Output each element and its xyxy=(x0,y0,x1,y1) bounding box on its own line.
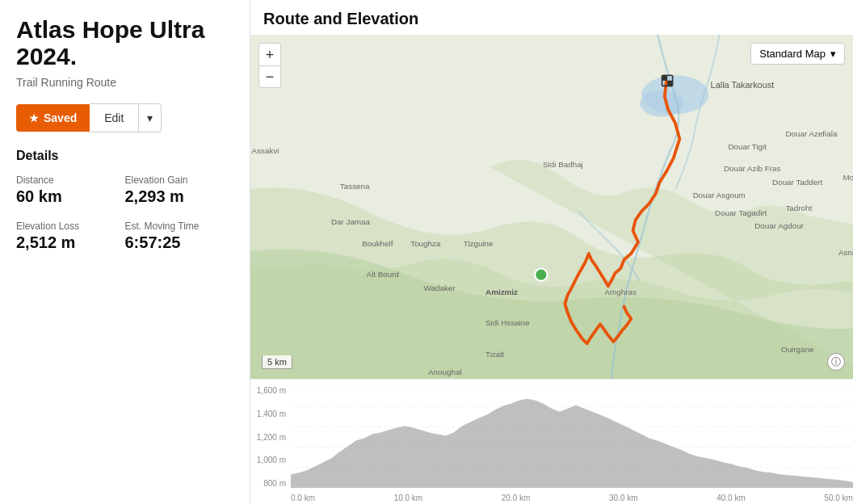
svg-text:Assakvi: Assakvi xyxy=(252,146,279,155)
x-label-20: 20.0 km xyxy=(502,494,531,502)
svg-text:Moulay B: Moulay B xyxy=(842,173,853,182)
stat-moving-time: Est. Moving Time 6:57:25 xyxy=(125,220,234,252)
svg-text:Toughza: Toughza xyxy=(410,239,441,248)
svg-text:Dar Jamaa: Dar Jamaa xyxy=(331,217,371,226)
elevation-container: 1,600 m 1,400 m 1,200 m 1,000 m 800 m 0.… xyxy=(250,379,853,504)
details-heading: Details xyxy=(16,149,233,163)
svg-text:Amghras: Amghras xyxy=(605,288,637,296)
elevation-y-labels: 1,600 m 1,400 m 1,200 m 1,000 m 800 m xyxy=(250,386,289,488)
star-icon: ★ xyxy=(29,112,39,124)
svg-text:Lalla Takarkoust: Lalla Takarkoust xyxy=(711,80,775,90)
svg-text:Anoughal: Anoughal xyxy=(428,368,462,376)
edit-button[interactable]: Edit xyxy=(90,103,139,132)
svg-text:Douar Azib Fras: Douar Azib Fras xyxy=(724,164,781,173)
map-container: Lalla Takarkoust Assakvi Tassena Sidi Ba… xyxy=(250,35,853,379)
map-scale: 5 km xyxy=(262,355,292,369)
y-label-800: 800 m xyxy=(263,479,286,488)
svg-rect-31 xyxy=(662,75,668,81)
map-type-dropdown[interactable]: Standard Map ▾ xyxy=(750,43,845,65)
y-label-1400: 1,400 m xyxy=(257,410,286,418)
saved-button[interactable]: ★ Saved xyxy=(16,104,90,132)
svg-text:Douar Tigit: Douar Tigit xyxy=(728,142,767,151)
svg-text:Tassena: Tassena xyxy=(340,182,370,191)
svg-text:Boukhelf: Boukhelf xyxy=(362,239,393,248)
svg-rect-32 xyxy=(667,81,673,86)
svg-text:Tizalt: Tizalt xyxy=(485,350,504,359)
zoom-out-button[interactable]: − xyxy=(258,65,281,88)
chevron-down-icon: ▾ xyxy=(830,48,836,60)
stat-elevation-gain: Elevation Gain 2,293 m xyxy=(125,174,234,206)
route-subtitle: Trail Running Route xyxy=(16,76,233,89)
x-label-50: 50.0 km xyxy=(824,494,853,502)
details-section: Details Distance 60 km Elevation Gain 2,… xyxy=(16,149,233,252)
route-title: Atlas Hope Ultra 2024. xyxy=(16,16,233,69)
x-label-40: 40.0 km xyxy=(716,494,746,502)
section-title: Route and Elevation xyxy=(250,0,853,35)
stat-distance: Distance 60 km xyxy=(16,174,125,206)
svg-text:Douar Agdour: Douar Agdour xyxy=(754,221,804,230)
action-bar: ★ Saved Edit ▾ xyxy=(16,103,233,132)
x-label-30: 30.0 km xyxy=(609,494,638,502)
zoom-in-button[interactable]: + xyxy=(258,43,281,65)
stat-elevation-loss: Elevation Loss 2,512 m xyxy=(16,220,125,252)
svg-text:Sidi Hssaine: Sidi Hssaine xyxy=(485,318,530,327)
dropdown-button[interactable]: ▾ xyxy=(139,103,162,132)
svg-text:Tadroht: Tadroht xyxy=(785,204,812,212)
svg-text:Wadaker: Wadaker xyxy=(424,284,456,292)
map-info-button[interactable]: ⓘ xyxy=(827,353,845,371)
elevation-x-labels: 0.0 km 10.0 km 20.0 km 30.0 km 40.0 km 5… xyxy=(291,494,853,502)
svg-text:Douar Tagadirt: Douar Tagadirt xyxy=(715,208,767,217)
svg-text:Sidi Badhaj: Sidi Badhaj xyxy=(543,160,583,169)
details-grid: Distance 60 km Elevation Gain 2,293 m El… xyxy=(16,174,233,252)
svg-text:Tizguine: Tizguine xyxy=(464,239,494,248)
svg-text:Ouirgane: Ouirgane xyxy=(781,345,814,354)
svg-text:Douar Azefiala: Douar Azefiala xyxy=(785,129,837,138)
x-label-0: 0.0 km xyxy=(291,494,315,502)
svg-text:Alt Bourd: Alt Bourd xyxy=(367,270,399,279)
svg-text:Douar Asgoum: Douar Asgoum xyxy=(693,191,746,200)
map-controls: + − xyxy=(258,43,281,88)
y-label-1600: 1,600 m xyxy=(257,386,286,395)
map-svg: Lalla Takarkoust Assakvi Tassena Sidi Ba… xyxy=(250,35,853,379)
svg-text:Asni: Asni xyxy=(838,248,853,257)
left-panel: Atlas Hope Ultra 2024. Trail Running Rou… xyxy=(0,0,250,504)
svg-text:Amizmiz: Amizmiz xyxy=(485,288,518,296)
x-label-10: 10.0 km xyxy=(394,494,423,502)
right-panel: Route and Elevation Lalla Takarkoust Ass… xyxy=(250,0,853,504)
y-label-1200: 1,200 m xyxy=(257,433,286,442)
svg-point-33 xyxy=(535,268,547,280)
svg-text:Douar Taddert: Douar Taddert xyxy=(772,178,822,187)
elevation-svg xyxy=(291,386,853,488)
y-label-1000: 1,000 m xyxy=(257,456,286,464)
